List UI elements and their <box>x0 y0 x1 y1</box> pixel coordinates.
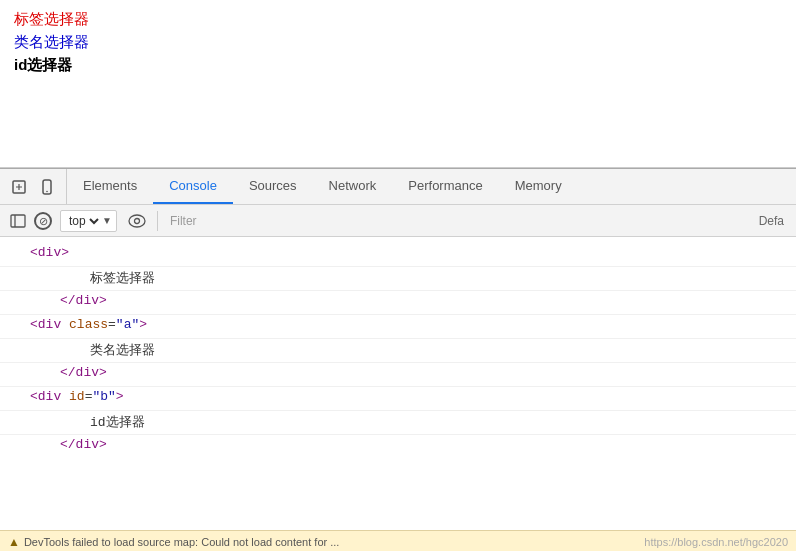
code-block-1-close: </div> <box>0 291 796 315</box>
page-line1: 标签选择器 <box>14 10 782 29</box>
bottom-bar: ▲ DevTools failed to load source map: Co… <box>0 530 796 551</box>
filter-input[interactable] <box>166 214 755 228</box>
devtools-tab-bar: Elements Console Sources Network Perform… <box>0 169 796 205</box>
page-line2: 类名选择器 <box>14 33 782 52</box>
toolbar-divider <box>157 211 158 231</box>
sidebar-toggle-button[interactable] <box>6 209 30 233</box>
code-block-3-text: id选择器 <box>0 411 796 435</box>
inspector-icon[interactable] <box>8 176 30 198</box>
svg-point-6 <box>134 218 139 223</box>
code-block-3-close: </div> <box>0 435 796 459</box>
mobile-icon[interactable] <box>36 176 58 198</box>
tab-sources[interactable]: Sources <box>233 169 313 204</box>
code-block-2-text: 类名选择器 <box>0 339 796 363</box>
page-content: 标签选择器 类名选择器 id选择器 <box>0 0 796 168</box>
bottom-bar-text: DevTools failed to load source map: Coul… <box>24 536 340 548</box>
code-panel: <div> 标签选择器 </div> <div class="a" > 类名选择… <box>0 237 796 530</box>
svg-rect-3 <box>11 215 25 227</box>
tab-memory[interactable]: Memory <box>499 169 578 204</box>
svg-point-5 <box>129 215 145 227</box>
console-toolbar: ⊘ top ▼ Defa <box>0 205 796 237</box>
watermark: https://blog.csdn.net/hgc2020 <box>644 536 788 548</box>
code-block-2-close: </div> <box>0 363 796 387</box>
code-block-1-open: <div> <box>0 243 796 267</box>
tab-performance[interactable]: Performance <box>392 169 498 204</box>
eye-icon[interactable] <box>125 209 149 233</box>
devtools-icon-group <box>0 169 67 204</box>
warning-icon: ▲ <box>8 535 20 549</box>
default-levels-label: Defa <box>759 214 790 228</box>
page-line3: id选择器 <box>14 56 782 75</box>
clear-console-button[interactable]: ⊘ <box>34 212 52 230</box>
tab-console[interactable]: Console <box>153 169 233 204</box>
svg-point-2 <box>46 190 48 192</box>
code-block-3-open: <div id="b" > <box>0 387 796 411</box>
code-block-1-text: 标签选择器 <box>0 267 796 291</box>
code-block-2-open: <div class="a" > <box>0 315 796 339</box>
context-selector[interactable]: top ▼ <box>60 210 117 232</box>
context-select-dropdown[interactable]: top <box>65 213 102 229</box>
tab-network[interactable]: Network <box>313 169 393 204</box>
tab-elements[interactable]: Elements <box>67 169 153 204</box>
devtools-panel: Elements Console Sources Network Perform… <box>0 168 796 551</box>
